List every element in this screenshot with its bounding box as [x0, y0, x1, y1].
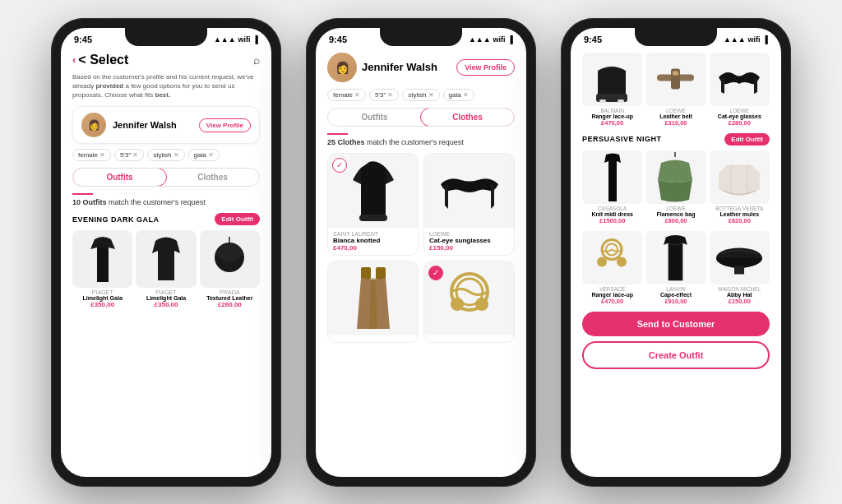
- p3-img-top3: [710, 53, 770, 106]
- battery-icon: ▐: [253, 35, 258, 44]
- p3-top-2[interactable]: LOEWE Leather belt £310,00: [645, 53, 706, 127]
- p2-profile-row: 👩 Jennifer Walsh View Profile: [327, 53, 515, 82]
- tag2-height: 5'3" ✕: [369, 89, 399, 101]
- svg-point-7: [451, 298, 464, 311]
- svg-point-18: [597, 257, 607, 266]
- outfit-item-2[interactable]: PIAGET Limelight Gala £350,00: [136, 230, 196, 308]
- clothes-name-2: Cat-eye sunglasses: [429, 237, 509, 244]
- phone-3: 9:45 ▲▲▲ wifi ▐: [561, 18, 791, 487]
- tab-clothes-2[interactable]: Clothes: [420, 108, 515, 127]
- tab-outfits-1[interactable]: Outfits: [72, 168, 167, 187]
- clothes-grid-2: ✓ SAINT LAURENT Bianca knotted: [327, 153, 515, 343]
- p3-img-mid1: [582, 150, 642, 204]
- signal-icon-3: ▲▲▲: [724, 35, 746, 44]
- p3-bot-3[interactable]: MAISON MICHEL Abby Hat £150,00: [710, 231, 770, 305]
- clothes-card-2[interactable]: LOEWE Cat-eye sunglasses £150,00: [423, 153, 515, 256]
- back-arrow: ‹: [72, 53, 76, 66]
- p3-brand-mid2: LOEWE: [666, 206, 685, 211]
- tab-row-2: Outfits Clothes: [327, 108, 515, 127]
- p3-bot-1[interactable]: VERSACE Ranger lace-up £470,00: [582, 231, 642, 305]
- p3-name-mid2: Flamenco bag: [656, 211, 695, 217]
- p3-bot-grid: VERSACE Ranger lace-up £470,00 LANVIN Ca: [582, 231, 770, 305]
- tag2-x4[interactable]: ✕: [463, 91, 469, 99]
- p3-brand-bot3: MAISON MICHEL: [718, 286, 761, 292]
- edit-outfit-btn-3[interactable]: Edit Outfit: [724, 133, 770, 146]
- svg-point-8: [475, 298, 488, 311]
- signal-icon-2: ▲▲▲: [469, 35, 491, 44]
- search-icon[interactable]: ⌕: [253, 53, 260, 67]
- p3-price-mid3: £620,00: [729, 217, 751, 224]
- outfit-label-1: EVENING DARK GALA: [72, 215, 160, 224]
- clothes-card-4[interactable]: ✓: [423, 261, 515, 343]
- tag-x2[interactable]: ✕: [132, 151, 138, 159]
- outfit-item-3[interactable]: PRADA Textured Leather £280,00: [200, 230, 260, 308]
- back-button[interactable]: ‹ < Select: [72, 53, 128, 67]
- tab-clothes-1[interactable]: Clothes: [166, 169, 259, 186]
- p3-price-top1: £470,00: [601, 119, 623, 127]
- outfit-img-3: [200, 230, 260, 288]
- p3-img-bot2: [645, 231, 706, 284]
- svg-point-19: [617, 257, 627, 266]
- avatar-1: 👩: [81, 113, 106, 137]
- view-profile-btn-1[interactable]: View Profile: [199, 118, 251, 132]
- p3-mid-1[interactable]: CASASOLA Knit midi dress £1500,00: [582, 150, 642, 224]
- check-badge-4: ✓: [428, 266, 443, 280]
- avatar-2: 👩: [327, 53, 357, 82]
- p3-price-bot2: £910,00: [664, 298, 687, 305]
- svg-rect-14: [673, 72, 678, 76]
- p3-bot-2[interactable]: LANVIN Cape-effect £910,00: [645, 231, 706, 305]
- time-3: 9:45: [584, 35, 602, 44]
- p3-name-top3: Cat-eye glasses: [718, 113, 761, 119]
- status-icons-1: ▲▲▲ wifi ▐: [214, 35, 258, 44]
- status-icons-3: ▲▲▲ wifi ▐: [724, 35, 768, 44]
- tag-x[interactable]: ✕: [99, 151, 105, 159]
- wifi-icon: wifi: [238, 35, 251, 44]
- tag2-x1[interactable]: ✕: [354, 91, 360, 99]
- name-1a: Limelight Gala: [83, 295, 123, 301]
- tag-female: female ✕: [72, 149, 111, 161]
- tab-outfits-2[interactable]: Outfits: [328, 109, 421, 126]
- p3-name-mid1: Knit midi dress: [591, 211, 633, 217]
- profile-info: 👩 Jennifer Walsh: [81, 113, 177, 137]
- view-profile-btn-2[interactable]: View Profile: [456, 59, 515, 76]
- brand-1c: PRADA: [220, 289, 239, 295]
- tag2-x2[interactable]: ✕: [387, 91, 393, 99]
- p3-img-bot1: [582, 231, 642, 284]
- svg-rect-2: [359, 215, 387, 221]
- clothes-card-1[interactable]: ✓ SAINT LAURENT Bianca knotted: [327, 153, 419, 256]
- tag2-x3[interactable]: ✕: [428, 91, 434, 99]
- p3-top-1[interactable]: BALMAIN Ranger lace-up £470,00: [582, 53, 642, 127]
- tags-row-2: female ✕ 5'3" ✕ stylish ✕ gala ✕: [327, 89, 515, 101]
- check-badge-1: ✓: [332, 158, 347, 173]
- match-text-2: 25 Clothes match the customer's request: [327, 133, 515, 146]
- tags-row-1: female ✕ 5'3" ✕ stylish ✕ gala ✕: [72, 149, 260, 161]
- p3-name-bot1: Ranger lace-up: [591, 292, 633, 298]
- phones-container: 9:45 ▲▲▲ wifi ▐ ‹ < Select ⌕ Based on th…: [51, 18, 791, 487]
- p3-brand-mid3: BOTTEGA VENETA: [715, 206, 763, 211]
- edit-outfit-btn-1[interactable]: Edit Outfit: [215, 213, 260, 225]
- notch-1: [125, 28, 207, 46]
- svg-rect-10: [599, 99, 606, 103]
- clothes-card-3[interactable]: [327, 261, 419, 343]
- tag-x3[interactable]: ✕: [173, 151, 179, 159]
- p3-brand-bot1: VERSACE: [599, 286, 625, 292]
- p3-top-3[interactable]: LOEWE Cat-eye glasses £280,00: [710, 53, 770, 127]
- outfit-section-1: EVENING DARK GALA Edit Outfit: [72, 213, 260, 225]
- clothes-price-2: £150,00: [429, 244, 509, 252]
- p3-mid-grid: CASASOLA Knit midi dress £1500,00 L: [582, 150, 770, 224]
- p3-mid-2[interactable]: LOEWE Flamenco bag £800,00: [645, 150, 706, 224]
- phone-3-screen: 9:45 ▲▲▲ wifi ▐: [571, 28, 781, 477]
- profile-name-1: Jennifer Walsh: [113, 120, 177, 130]
- p3-brand-top3: LOEWE: [730, 108, 749, 113]
- p3-mid-3[interactable]: BOTTEGA VENETA Leather mules £620,00: [710, 150, 770, 224]
- tag-x4[interactable]: ✕: [208, 151, 214, 159]
- svg-rect-4: [376, 267, 386, 280]
- send-to-customer-btn[interactable]: Send to Customer: [582, 312, 770, 336]
- price-1c: £280,00: [218, 301, 242, 308]
- outfit-item-1[interactable]: PIAGET Limelight Gala £350,00: [72, 230, 132, 308]
- create-outfit-btn[interactable]: Create Outfit: [582, 341, 770, 369]
- phone-1-screen: 9:45 ▲▲▲ wifi ▐ ‹ < Select ⌕ Based on th…: [61, 28, 271, 477]
- status-icons-2: ▲▲▲ wifi ▐: [469, 35, 513, 44]
- clothes-info-3: [328, 335, 418, 342]
- clothes-img-3: [328, 261, 418, 335]
